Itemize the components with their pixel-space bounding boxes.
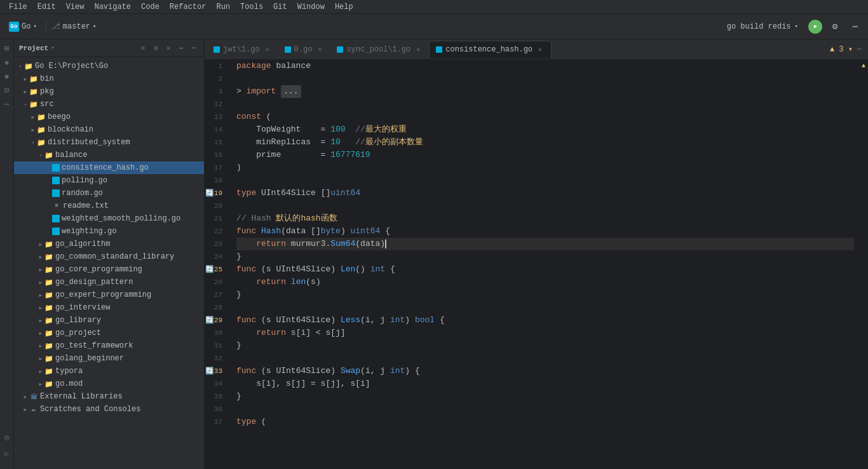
- tree-item-random[interactable]: random.go: [14, 187, 204, 200]
- tree-item-go-interview[interactable]: ▶ 📁 go_interview: [14, 301, 204, 314]
- tree-item-go-core[interactable]: ▶ 📁 go_core_programming: [14, 263, 204, 276]
- sidebar-icon-bottom-1[interactable]: ◎: [1, 431, 13, 444]
- menu-code[interactable]: Code: [137, 0, 163, 13]
- sidebar-icon-3[interactable]: ✱: [1, 70, 13, 83]
- settings-button[interactable]: ⚙: [827, 19, 843, 34]
- pin-tree-icon[interactable]: −: [189, 43, 199, 53]
- menu-edit[interactable]: Edit: [34, 0, 60, 13]
- tree-item-go-expert[interactable]: ▶ 📁 go_expert_programming: [14, 289, 204, 301]
- menu-refactor[interactable]: Refactor: [166, 0, 210, 13]
- token: UInt64Slice: [271, 365, 331, 377]
- menu-tools[interactable]: Tools: [236, 0, 267, 13]
- warning-gutter-indicator: ▲: [862, 62, 865, 69]
- close-tree-icon[interactable]: ✕: [163, 43, 173, 53]
- code-line-31: }: [236, 339, 854, 352]
- go-sdk-selector[interactable]: Go Go ▾: [5, 20, 41, 33]
- code-line-28: [236, 301, 854, 314]
- tree-item-root[interactable]: ▾ 📁 Go E:\Project\Go: [14, 60, 204, 72]
- tree-label-library: go_library: [55, 316, 101, 325]
- tree-item-pkg[interactable]: ▶ 📁 pkg: [14, 85, 204, 98]
- sidebar-icon-1[interactable]: ⊞: [1, 42, 13, 55]
- tree-item-distributed[interactable]: ▾ 📁 distributed_system: [14, 136, 204, 149]
- code-content[interactable]: package balance > import ... const ( Top…: [231, 60, 859, 469]
- collapse-icon[interactable]: ≡: [138, 43, 148, 53]
- menu-window[interactable]: Window: [294, 0, 329, 13]
- tab-go-icon-consistence: [436, 46, 442, 53]
- tab-consistence-hash[interactable]: consistence_hash.go ✕: [429, 41, 552, 58]
- tree-item-go-test[interactable]: ▶ 📁 go_test_framework: [14, 339, 204, 352]
- tree-item-go-design[interactable]: ▶ 📁 go_design_pattern: [14, 276, 204, 289]
- tree-item-readme[interactable]: ≡ readme.txt: [14, 200, 204, 212]
- sidebar-icon-bottom-2[interactable]: ▷: [1, 447, 13, 460]
- tab-close-sync[interactable]: ✕: [414, 45, 423, 54]
- tree-label-beginner: golang_beginner: [55, 354, 124, 363]
- tree-item-scratches[interactable]: ▶ ✏ Scratches and Consoles: [14, 403, 204, 416]
- code-line-29: func (s UInt64Slice) Less(i, j int) bool…: [236, 314, 854, 327]
- tab-sync-pool[interactable]: sync_pool\1.go ✕: [330, 41, 429, 58]
- branch-selector[interactable]: ⎇ master ▾: [51, 22, 97, 31]
- tree-item-go-mod[interactable]: ▶ 📁 go.mod: [14, 377, 204, 390]
- token: //: [341, 136, 365, 149]
- tree-arrow-beego: ▶: [29, 113, 37, 121]
- code-line-18: [236, 174, 854, 187]
- tree-item-src[interactable]: ▾ 📁 src: [14, 98, 204, 111]
- line-num-27: 27: [205, 289, 226, 301]
- settings-tree-icon[interactable]: ⚙: [151, 43, 161, 53]
- menu-run[interactable]: Run: [212, 0, 234, 13]
- tab-close-0go[interactable]: ✕: [315, 45, 324, 54]
- more-tree-icon[interactable]: ⋯: [176, 43, 186, 53]
- tree-item-beego[interactable]: ▶ 📁 beego: [14, 111, 204, 123]
- tree-item-golang-beginner[interactable]: ▶ 📁 golang_beginner: [14, 352, 204, 365]
- tree-item-typora[interactable]: ▶ 📁 typora: [14, 365, 204, 377]
- menu-help[interactable]: Help: [331, 0, 357, 13]
- tree-arrow-weighted: [44, 215, 52, 222]
- menu-file[interactable]: File: [5, 0, 31, 13]
- menu-git[interactable]: Git: [269, 0, 291, 13]
- token: murmur3.: [286, 238, 330, 250]
- tree-item-go-project[interactable]: ▶ 📁 go_project: [14, 327, 204, 339]
- warning-badge[interactable]: ▲ 3 ▾: [830, 44, 853, 54]
- token: Hash: [261, 225, 281, 238]
- tree-item-polling[interactable]: polling.go: [14, 174, 204, 187]
- run-button[interactable]: [808, 20, 822, 34]
- tabs-expand-btn[interactable]: ⋯: [853, 43, 865, 56]
- tree-item-balance[interactable]: ▾ 📁 balance: [14, 149, 204, 161]
- tab-0go[interactable]: 0.go ✕: [278, 41, 331, 58]
- go-sdk-label: Go: [22, 22, 31, 31]
- token: (: [261, 111, 271, 123]
- tree-item-go-algorithm[interactable]: ▶ 📁 go_algorithm: [14, 238, 204, 250]
- tree-item-go-common[interactable]: ▶ 📁 go_common_standard_library: [14, 250, 204, 263]
- project-tree-content: ▾ 📁 Go E:\Project\Go ▶ 📁 bin ▶ 📁 pkg ▾ 📁…: [14, 57, 204, 469]
- sidebar-icon-2[interactable]: ◈: [1, 56, 13, 69]
- tree-label-expert: go_expert_programming: [55, 290, 151, 299]
- tree-item-bin[interactable]: ▶ 📁 bin: [14, 72, 204, 85]
- token: [385, 314, 390, 327]
- token: []: [306, 225, 320, 238]
- tab-close-jwt[interactable]: ✕: [263, 45, 272, 54]
- tree-label-weighted: weighted_smooth_polling.go: [62, 214, 180, 223]
- tree-item-weighting[interactable]: weighting.go: [14, 225, 204, 238]
- menu-navigate[interactable]: Navigate: [90, 0, 135, 13]
- token: ): [236, 161, 241, 174]
- tab-close-consistence[interactable]: ✕: [536, 45, 545, 54]
- tree-item-consistence-hash[interactable]: consistence_hash.go: [14, 161, 204, 174]
- tab-jwt[interactable]: jwt\1.go ✕: [207, 41, 278, 58]
- code-editor: 1 2 3 12 13 14 15 16 17 18 🔄19 20 21 22 …: [205, 60, 868, 469]
- branch-dropdown-icon: ▾: [93, 23, 96, 30]
- tree-item-go-library[interactable]: ▶ 📁 go_library: [14, 314, 204, 327]
- tree-item-weighted[interactable]: weighted_smooth_polling.go: [14, 212, 204, 225]
- run-config-selector[interactable]: go build redis ▾: [722, 21, 803, 32]
- sidebar-icon-4[interactable]: ⊡: [1, 84, 13, 97]
- project-dropdown-icon: ▾: [51, 44, 54, 51]
- token: 16777619: [330, 149, 370, 161]
- token: balance: [271, 60, 311, 72]
- tree-item-blockchain[interactable]: ▶ 📁 blockchain: [14, 123, 204, 136]
- sidebar-icon-5[interactable]: ⋯: [1, 98, 13, 111]
- token: int: [390, 365, 405, 377]
- more-options-button[interactable]: ⋯: [848, 19, 863, 34]
- tree-item-external[interactable]: ▶ 🏛 External Libraries: [14, 390, 204, 403]
- code-line-33: func (s UInt64Slice) Swap(i, j int) {: [236, 365, 854, 377]
- menu-view[interactable]: View: [62, 0, 88, 13]
- tree-arrow-readme: [44, 202, 52, 210]
- token: const: [236, 111, 261, 123]
